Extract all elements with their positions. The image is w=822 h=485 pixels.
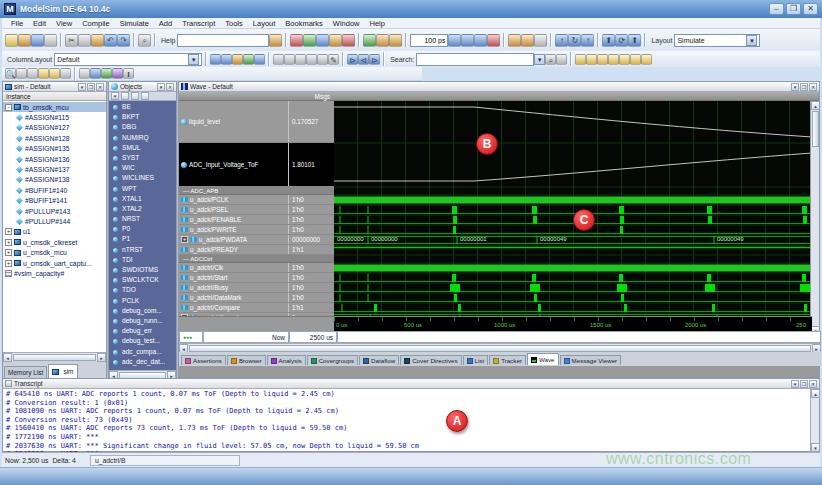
tab-dataflow[interactable]: Dataflow — [359, 355, 399, 365]
objects-list-item[interactable]: adc_dec_dat... — [109, 358, 176, 368]
transcript-scrollbar[interactable]: ▴ ▾ — [810, 389, 819, 452]
menu-item[interactable]: Transcript — [177, 19, 220, 28]
cursor-toolbox[interactable]: ●●● — [179, 331, 203, 343]
group-icon[interactable] — [630, 54, 641, 65]
tree-item[interactable]: #vsim_capacity# — [3, 268, 106, 278]
expand-icon[interactable]: + — [5, 260, 12, 267]
close-panel-icon[interactable]: ✕ — [809, 83, 817, 91]
timeline-ruler[interactable]: 0 us 500 us 1000 us 1500 us 2000 us 250 — [334, 316, 812, 331]
step-current-icon[interactable]: ↑ — [555, 34, 568, 47]
tree-item[interactable]: #ASSIGN#138 — [3, 175, 106, 185]
search-input[interactable] — [416, 53, 534, 66]
tree-item[interactable]: #ASSIGN#135 — [3, 144, 106, 154]
tab-tracker[interactable]: Tracker — [489, 355, 526, 365]
cursor-track[interactable] — [337, 331, 821, 343]
objects-list-item[interactable]: nTRST — [109, 246, 176, 256]
cut-icon[interactable]: ✂ — [65, 34, 78, 47]
continue-run-icon[interactable] — [461, 34, 474, 47]
tree-item[interactable]: #ASSIGN#128 — [3, 133, 106, 143]
objects-list-item[interactable]: WICLINES — [109, 174, 176, 184]
objects-list-item[interactable]: PCLK — [109, 297, 176, 307]
objects-list-item[interactable]: BKPT — [109, 113, 176, 123]
tree-item[interactable]: #PULLUP#144 — [3, 216, 106, 226]
filter-icon[interactable] — [597, 54, 608, 65]
ungroup-icon[interactable] — [641, 54, 652, 65]
open-icon[interactable] — [18, 34, 31, 47]
wave-signal-row[interactable]: u_adctrl/Clk1'h0 — [179, 263, 334, 273]
environment-back-icon[interactable] — [389, 34, 402, 47]
sim-horizontal-scrollbar[interactable]: ◂ ▸ — [3, 352, 106, 361]
step-icon[interactable] — [508, 34, 521, 47]
find-icon[interactable]: ⌕ — [138, 34, 151, 47]
zoom-range-icon[interactable] — [38, 68, 49, 79]
sim-panel-header[interactable]: sim - Default ▾ ❐ ✕ — [3, 82, 106, 92]
stop-icon[interactable] — [342, 34, 355, 47]
step-up-icon[interactable]: ↑ — [581, 34, 594, 47]
tab-covergroups[interactable]: Covergroups — [307, 355, 358, 365]
transcript-log[interactable]: # 645410 ns UART: ADC reports 1 count, 0… — [3, 389, 819, 452]
wave-signal-row[interactable]: u_adctrl/Start1'h0 — [179, 273, 334, 283]
zoom-last-icon[interactable] — [60, 68, 71, 79]
pencil-icon[interactable]: ✎ — [328, 54, 339, 65]
wave-vertical-scrollbar[interactable]: ▴ ▾ — [810, 101, 819, 335]
close-button[interactable]: ✕ — [803, 3, 818, 15]
objects-list-item[interactable]: TDO — [109, 286, 176, 296]
wave-group-divider[interactable]: ADC_APB — [179, 187, 334, 195]
wave-horizontal-scrollbar[interactable]: ◂ ▸ — [179, 343, 821, 352]
tree-item[interactable]: #BUFIF1#140 — [3, 185, 106, 195]
menu-item[interactable]: Tools — [220, 19, 248, 28]
tab-cover-directives[interactable]: Cover Directives — [400, 355, 461, 365]
tab-list[interactable]: List — [463, 355, 489, 365]
save-icon[interactable] — [31, 34, 44, 47]
dock-icon[interactable]: ▾ — [157, 83, 165, 91]
objects-list-item[interactable]: SWDIOTMS — [109, 266, 176, 276]
columnlayout-select[interactable]: Default ▼ — [54, 53, 202, 66]
search-regexp-icon[interactable] — [556, 54, 567, 65]
scroll-thumb[interactable] — [189, 345, 811, 352]
step-over-icon[interactable] — [521, 34, 534, 47]
wave-signal-row[interactable]: u_adctrl/Busy1'h0 — [179, 283, 334, 293]
instance-column-header[interactable]: Instance — [3, 92, 106, 101]
tree-item[interactable]: -tb_cmsdk_mcu — [3, 102, 106, 112]
add-list-icon[interactable] — [243, 54, 254, 65]
objects-list-item[interactable]: NRST — [109, 215, 176, 225]
objects-list-item[interactable]: TDI — [109, 256, 176, 266]
wave-signal-row-selected[interactable]: ADC_Input_Voltage_ToF 1.80101 — [179, 143, 334, 187]
dock-icon[interactable]: ▾ — [791, 83, 799, 91]
help-search-input[interactable] — [177, 34, 269, 47]
down-level-icon[interactable]: ⬆ — [628, 34, 641, 47]
prev-transition-icon[interactable]: ⊳ — [347, 54, 358, 65]
run-all-icon[interactable] — [474, 34, 487, 47]
compile-icon[interactable] — [290, 34, 303, 47]
redo-icon[interactable]: ↷ — [117, 34, 130, 47]
zoom-full-icon[interactable] — [27, 68, 38, 79]
menu-item[interactable]: Edit — [28, 19, 51, 28]
objects-list-item[interactable]: P1 — [109, 235, 176, 245]
close-panel-icon[interactable]: ✕ — [809, 380, 817, 388]
new-file-icon[interactable] — [5, 34, 18, 47]
scroll-up-icon[interactable]: ▴ — [811, 101, 819, 110]
wave-edit-icon[interactable] — [101, 68, 112, 79]
find-transition-icon[interactable]: ⊲ — [358, 54, 369, 65]
float-icon[interactable]: ❐ — [87, 83, 95, 91]
menu-item[interactable]: Compile — [77, 19, 115, 28]
scroll-left-icon[interactable]: ◂ — [3, 353, 12, 362]
expand-icon[interactable]: + — [5, 239, 12, 246]
view-options-icon[interactable] — [131, 92, 139, 100]
objects-list-item[interactable]: BE — [109, 103, 176, 113]
maximize-button[interactable]: ❐ — [786, 3, 801, 15]
tab-browser[interactable]: Browser — [227, 355, 266, 365]
simulate-icon[interactable] — [316, 34, 329, 47]
scroll-thumb[interactable] — [13, 354, 96, 361]
tree-item[interactable]: +u_cmsdk_clkreset — [3, 237, 106, 247]
scroll-up-icon[interactable]: ▴ — [811, 389, 820, 398]
wave-signal-row[interactable]: +u_adck/PWDATA00000000 — [179, 235, 334, 245]
title-bar[interactable]: M ModelSim DE-64 10.4c – ❐ ✕ — [0, 0, 822, 18]
edit-mode-icon[interactable] — [306, 54, 317, 65]
scroll-down-icon[interactable]: ▾ — [811, 443, 820, 452]
tree-item[interactable]: #ASSIGN#137 — [3, 164, 106, 174]
menu-item[interactable]: Simulate — [115, 19, 154, 28]
wave-column-header[interactable]: Msgs — [179, 92, 819, 101]
objects-list-item[interactable]: SWCLKTCK — [109, 276, 176, 286]
wave-cursor-add-icon[interactable] — [79, 68, 90, 79]
